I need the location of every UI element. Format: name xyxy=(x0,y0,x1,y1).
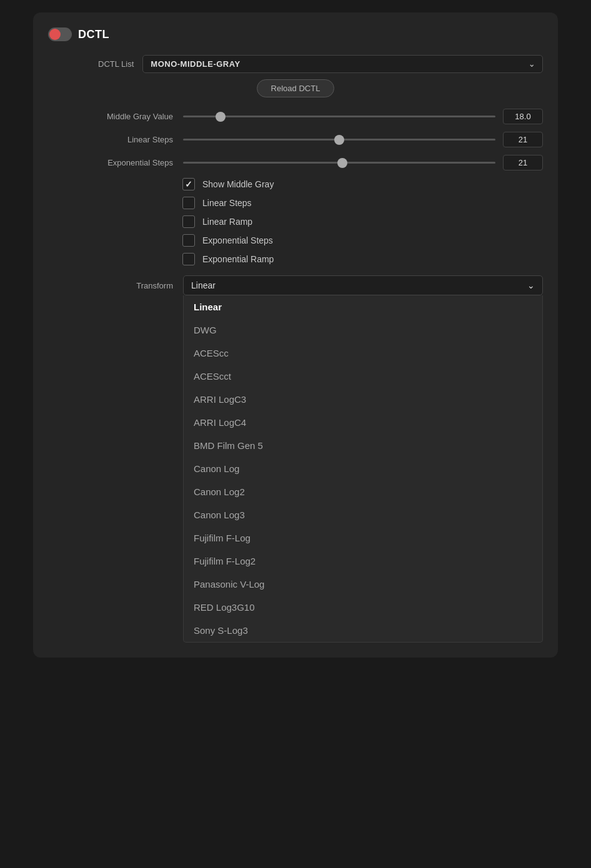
slider-thumb-exponential-steps[interactable] xyxy=(337,158,347,168)
toggle-dot xyxy=(49,29,61,40)
slider-row-linear-steps: Linear Steps 21 xyxy=(48,132,543,147)
reload-dctl-button[interactable]: Reload DCTL xyxy=(257,79,335,97)
slider-thumb-middle-gray[interactable] xyxy=(216,112,226,122)
main-panel: DCTL DCTL List MONO-MIDDLE-GRAY ⌄ Reload… xyxy=(33,12,558,658)
slider-label-exponential-steps: Exponential Steps xyxy=(48,158,173,167)
transform-dropdown-list-inner[interactable]: LinearDWGACESccACEScctARRI LogC3ARRI Log… xyxy=(184,295,542,642)
checkmark-icon: ✓ xyxy=(185,179,192,189)
checkbox-label-linear-ramp: Linear Ramp xyxy=(202,217,252,227)
slider-track-middle-gray xyxy=(183,116,495,117)
toggle-button[interactable] xyxy=(48,27,72,41)
slider-value-exponential-steps[interactable]: 21 xyxy=(503,155,543,170)
dropdown-item[interactable]: ARRI LogC3 xyxy=(184,388,542,411)
panel-title: DCTL xyxy=(78,28,109,41)
dropdown-item[interactable]: Canon Log2 xyxy=(184,480,542,503)
checkbox-exponential-ramp[interactable] xyxy=(182,253,195,265)
dctl-list-row: DCTL List MONO-MIDDLE-GRAY ⌄ xyxy=(48,55,543,73)
slider-value-middle-gray[interactable]: 18.0 xyxy=(503,109,543,124)
dropdown-item[interactable]: Fujifilm F-Log2 xyxy=(184,550,542,573)
dropdown-item[interactable]: DWG xyxy=(184,318,542,342)
slider-track-linear-steps xyxy=(183,139,495,141)
header: DCTL xyxy=(48,27,543,41)
slider-row-middle-gray: Middle Gray Value 18.0 xyxy=(48,109,543,124)
transform-selected-value: Linear xyxy=(191,280,216,290)
slider-row-exponential-steps: Exponential Steps 21 xyxy=(48,155,543,170)
checkbox-label-linear-steps: Linear Steps xyxy=(202,198,252,208)
slider-label-linear-steps: Linear Steps xyxy=(48,135,173,144)
dropdown-item[interactable]: Canon Log3 xyxy=(184,503,542,526)
chevron-down-icon: ⌄ xyxy=(529,60,535,69)
slider-track-wrap-exponential-steps[interactable] xyxy=(183,157,495,169)
dctl-list-dropdown[interactable]: MONO-MIDDLE-GRAY ⌄ xyxy=(142,55,543,73)
sliders-section: Middle Gray Value 18.0 Linear Steps 21 E… xyxy=(48,109,543,170)
checkbox-label-show-middle-gray: Show Middle Gray xyxy=(202,179,274,189)
transform-dropdown[interactable]: Linear ⌄ xyxy=(183,275,543,295)
dropdown-item[interactable]: RED Log3G10 xyxy=(184,596,542,619)
checkbox-label-exponential-steps: Exponential Steps xyxy=(202,235,273,245)
dropdown-item[interactable]: ACEScct xyxy=(184,365,542,388)
slider-track-exponential-steps xyxy=(183,162,495,164)
dropdown-item[interactable]: ACEScc xyxy=(184,342,542,365)
dropdown-item[interactable]: Linear xyxy=(184,295,542,318)
checkbox-row-exponential-steps: Exponential Steps xyxy=(182,234,543,247)
checkbox-row-exponential-ramp: Exponential Ramp xyxy=(182,253,543,265)
slider-thumb-linear-steps[interactable] xyxy=(334,135,344,145)
dctl-list-value: MONO-MIDDLE-GRAY xyxy=(151,59,240,69)
transform-row: Transform Linear ⌄ xyxy=(48,275,543,295)
dropdown-item[interactable]: Canon Log xyxy=(184,457,542,480)
dropdown-item[interactable]: Sony S-Log3 xyxy=(184,619,542,642)
dctl-list-label: DCTL List xyxy=(98,59,134,69)
slider-value-linear-steps[interactable]: 21 xyxy=(503,132,543,147)
transform-label: Transform xyxy=(48,281,173,290)
checkboxes-section: ✓ Show Middle Gray Linear Steps Linear R… xyxy=(48,178,543,265)
reload-row: Reload DCTL xyxy=(48,79,543,97)
dropdown-item[interactable]: Panasonic V-Log xyxy=(184,573,542,596)
transform-dropdown-list: LinearDWGACESccACEScctARRI LogC3ARRI Log… xyxy=(183,295,543,643)
checkbox-linear-ramp[interactable] xyxy=(182,215,195,228)
transform-chevron-icon: ⌄ xyxy=(527,280,535,290)
dropdown-item[interactable]: ARRI LogC4 xyxy=(184,411,542,434)
slider-label-middle-gray: Middle Gray Value xyxy=(48,112,173,121)
checkbox-row-linear-steps: Linear Steps xyxy=(182,197,543,209)
slider-track-wrap-linear-steps[interactable] xyxy=(183,134,495,146)
checkbox-label-exponential-ramp: Exponential Ramp xyxy=(202,254,274,264)
checkbox-row-show-middle-gray: ✓ Show Middle Gray xyxy=(182,178,543,190)
dropdown-item[interactable]: BMD Film Gen 5 xyxy=(184,434,542,457)
dropdown-item[interactable]: Fujifilm F-Log xyxy=(184,526,542,550)
checkbox-row-linear-ramp: Linear Ramp xyxy=(182,215,543,228)
checkbox-linear-steps[interactable] xyxy=(182,197,195,209)
checkbox-show-middle-gray[interactable]: ✓ xyxy=(182,178,195,190)
slider-track-wrap-middle-gray[interactable] xyxy=(183,111,495,123)
checkbox-exponential-steps[interactable] xyxy=(182,234,195,247)
